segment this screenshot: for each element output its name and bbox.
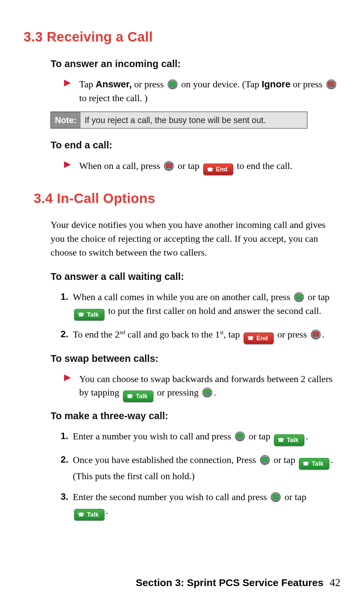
text: or press [291,79,325,89]
text: Once you have established the connection… [73,455,259,465]
subhead-three-way: To make a three-way call: [51,409,340,423]
step-three-1: 1. Enter a number you wish to call and p… [61,430,340,446]
phone-icon: ☎ [78,511,84,518]
step-three-2: 2. Once you have established the connect… [61,453,340,483]
text: or tap [305,292,330,302]
green-phone-key-icon [168,79,178,89]
period: . [322,329,325,340]
subhead-call-waiting: To answer a call waiting call: [51,269,340,284]
note-box: Note: If you reject a call, the busy ton… [51,112,307,128]
text: to end the call. [235,161,293,171]
text: Tap [79,79,96,89]
btn-label: Talk [312,459,324,468]
page-number: 42 [330,576,340,588]
phone-icon: ☎ [247,335,254,342]
green-phone-key-icon [271,492,281,502]
text: or press [275,329,309,340]
text: or press [132,79,166,89]
green-phone-key-icon [235,431,245,441]
text: , tap [223,329,242,340]
btn-label: End [216,165,228,174]
text: to reject the call. ) [79,93,148,103]
triangle-bullet-icon: ▶ [64,78,71,87]
bullet-swap: ▶ You can choose to swap backwards and f… [64,372,340,402]
num-marker: 1. [61,290,68,304]
triangle-bullet-icon: ▶ [64,373,71,382]
btn-label: Talk [136,392,148,401]
num-marker: 2. [61,328,68,341]
talk-button-icon: ☎Talk [299,458,329,469]
text: or tap [175,161,202,171]
talk-button-icon: ☎Talk [274,434,304,446]
btn-label: Talk [87,510,99,519]
phone-icon: ☎ [207,166,213,173]
red-phone-key-icon [164,161,174,171]
page-footer: Section 3: Sprint PCS Service Features 4… [136,575,340,590]
btn-label: End [256,334,268,343]
text: call and go back to the 1 [125,329,220,340]
subhead-end-call: To end a call: [51,138,340,152]
text: Enter a number you wish to call and pres… [73,431,234,441]
text: or tap [246,431,273,441]
footer-section-title: Section 3: Sprint PCS Service Features [136,577,324,588]
green-phone-key-icon [202,387,212,398]
bullet-end-call: ▶ When on a call, press or tap ☎End to e… [64,159,340,175]
superscript: nd [120,329,125,335]
red-phone-key-icon [326,79,336,89]
triangle-bullet-icon: ▶ [64,160,71,169]
end-button-icon: ☎End [203,164,233,175]
end-button-icon: ☎End [244,333,274,344]
num-marker: 1. [61,430,68,443]
text: When a call comes in while you are on an… [73,292,293,302]
note-label: Note: [51,112,81,128]
period: . [214,387,216,398]
talk-button-icon: ☎Talk [74,509,104,520]
subhead-swap-calls: To swap between calls: [51,351,340,366]
bold-answer: Answer, [96,79,132,89]
btn-label: Talk [287,436,299,444]
btn-label: Talk [87,310,99,319]
num-marker: 3. [61,490,68,503]
talk-button-icon: ☎Talk [123,391,153,402]
text: When on a call, press [79,161,162,171]
phone-icon: ☎ [303,460,309,467]
text: on your device. (Tap [179,79,262,89]
green-phone-key-icon [260,455,270,465]
text: or tap [282,492,306,502]
step-waiting-1: 1. When a call comes in while you are on… [61,290,340,320]
phone-icon: ☎ [78,311,84,318]
text: To end the 2 [73,329,120,340]
period: . [306,431,308,441]
heading-3-4: 3.4 In-Call Options [34,189,340,208]
superscript: st [220,329,223,335]
num-marker: 2. [61,453,68,466]
bullet-answer-call: ▶ Tap Answer, or press on your device. (… [64,78,340,105]
text: Enter the second number you wish to call… [73,492,269,502]
text: to put the first caller on hold and answ… [106,306,322,316]
heading-3-3: 3.3 Receiving a Call [24,27,340,47]
intro-paragraph: Your device notifies you when you have a… [51,218,327,259]
bold-ignore: Ignore [262,79,291,89]
period: . [106,505,108,516]
note-text: If you reject a call, the busy tone will… [81,112,270,128]
phone-icon: ☎ [127,393,133,400]
text: or tap [271,455,298,465]
step-three-3: 3. Enter the second number you wish to c… [61,490,340,520]
document-page: 3.3 Receiving a Call To answer an incomi… [0,0,364,607]
green-phone-key-icon [294,292,304,302]
red-phone-key-icon [311,329,321,340]
talk-button-icon: ☎Talk [74,309,104,320]
phone-icon: ☎ [278,436,284,444]
step-waiting-2: 2. To end the 2nd call and go back to th… [61,328,340,344]
subhead-answer-incoming: To answer an incoming call: [51,57,340,71]
text: or pressing [155,387,201,398]
